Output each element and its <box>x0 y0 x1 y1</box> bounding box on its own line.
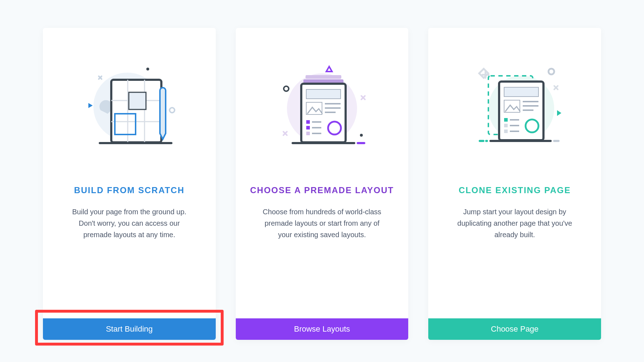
start-building-button[interactable]: Start Building <box>43 318 216 340</box>
svg-rect-6 <box>129 92 146 109</box>
card-description: Choose from hundreds of world-class prem… <box>247 206 397 240</box>
svg-rect-41 <box>504 129 508 133</box>
choose-page-button[interactable]: Choose Page <box>428 318 601 340</box>
build-from-scratch-illustration <box>43 28 216 185</box>
card-clone-existing-page: CLONE EXISTING PAGE Jump start your layo… <box>428 28 601 340</box>
svg-rect-22 <box>306 132 310 135</box>
card-title: CHOOSE A PREMADE LAYOUT <box>250 185 394 195</box>
svg-point-10 <box>170 108 175 113</box>
clone-page-illustration <box>428 28 601 185</box>
card-choose-premade-layout: CHOOSE A PREMADE LAYOUT Choose from hund… <box>236 28 409 340</box>
card-description: Build your page from the ground up. Don'… <box>54 206 204 240</box>
card-title: BUILD FROM SCRATCH <box>74 185 185 195</box>
svg-rect-40 <box>504 124 508 127</box>
svg-rect-21 <box>306 126 310 129</box>
svg-rect-13 <box>303 79 343 83</box>
builder-options-container: BUILD FROM SCRATCH Build your page from … <box>0 0 644 340</box>
svg-rect-20 <box>306 120 310 124</box>
card-description: Jump start your layout design by duplica… <box>440 206 590 240</box>
card-title: CLONE EXISTING PAGE <box>459 185 571 195</box>
svg-point-9 <box>146 68 149 70</box>
premade-layout-illustration <box>236 28 409 185</box>
svg-rect-12 <box>306 75 341 79</box>
premade-layout-icon <box>272 60 372 153</box>
browse-layouts-button[interactable]: Browse Layouts <box>236 318 409 340</box>
svg-rect-15 <box>306 89 341 99</box>
svg-rect-34 <box>504 87 538 97</box>
card-build-from-scratch: BUILD FROM SCRATCH Build your page from … <box>43 28 216 340</box>
build-scratch-icon <box>79 60 179 153</box>
svg-point-50 <box>548 69 554 74</box>
svg-point-30 <box>360 134 363 137</box>
svg-point-29 <box>284 86 289 91</box>
svg-rect-49 <box>479 69 488 78</box>
svg-rect-39 <box>504 118 508 122</box>
clone-page-icon <box>465 60 565 153</box>
